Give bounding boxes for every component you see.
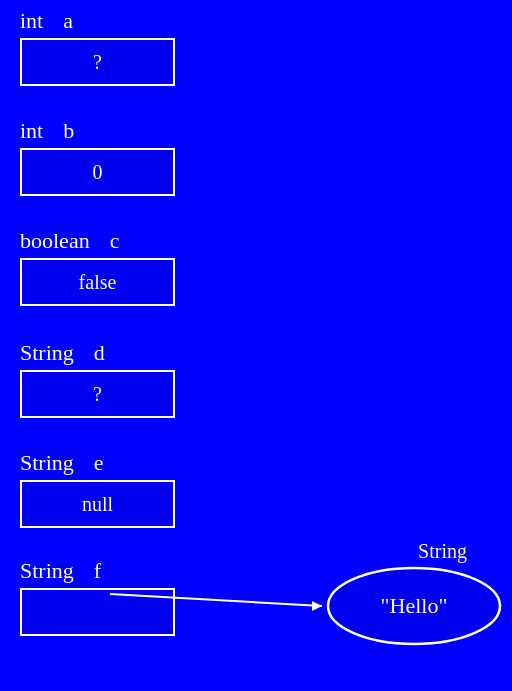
variable-c-label: boolean c xyxy=(20,228,175,254)
variable-d-value: ? xyxy=(93,383,102,406)
variable-f-block: String f xyxy=(20,558,175,636)
variable-b-type: int xyxy=(20,118,43,144)
variable-d-label: String d xyxy=(20,340,175,366)
variable-f-box xyxy=(20,588,175,636)
variable-a-value: ? xyxy=(93,51,102,74)
variable-f-label: String f xyxy=(20,558,175,584)
variable-d-block: String d ? xyxy=(20,340,175,418)
variable-a-box: ? xyxy=(20,38,175,86)
variable-e-block: String e null xyxy=(20,450,175,528)
svg-marker-3 xyxy=(312,601,322,611)
variable-e-name: e xyxy=(94,450,104,476)
variable-b-name: b xyxy=(63,118,74,144)
variable-e-box: null xyxy=(20,480,175,528)
variable-c-type: boolean xyxy=(20,228,90,254)
variable-b-box: 0 xyxy=(20,148,175,196)
variable-c-value: false xyxy=(79,271,117,294)
variable-f-type: String xyxy=(20,558,74,584)
variable-c-name: c xyxy=(110,228,120,254)
variable-a-label: int a xyxy=(20,8,175,34)
variable-d-name: d xyxy=(94,340,105,366)
variable-c-block: boolean c false xyxy=(20,228,175,306)
variable-e-value: null xyxy=(82,493,113,516)
variable-a-block: int a ? xyxy=(20,8,175,86)
variable-a-type: int xyxy=(20,8,43,34)
variable-b-value: 0 xyxy=(93,161,103,184)
variable-c-box: false xyxy=(20,258,175,306)
hello-ellipse: "Hello" xyxy=(324,558,504,648)
svg-text:"Hello": "Hello" xyxy=(381,593,448,618)
variable-b-label: int b xyxy=(20,118,175,144)
variable-e-type: String xyxy=(20,450,74,476)
variable-b-block: int b 0 xyxy=(20,118,175,196)
variable-a-name: a xyxy=(63,8,73,34)
variable-f-name: f xyxy=(94,558,101,584)
variable-d-type: String xyxy=(20,340,74,366)
variable-d-box: ? xyxy=(20,370,175,418)
variable-e-label: String e xyxy=(20,450,175,476)
